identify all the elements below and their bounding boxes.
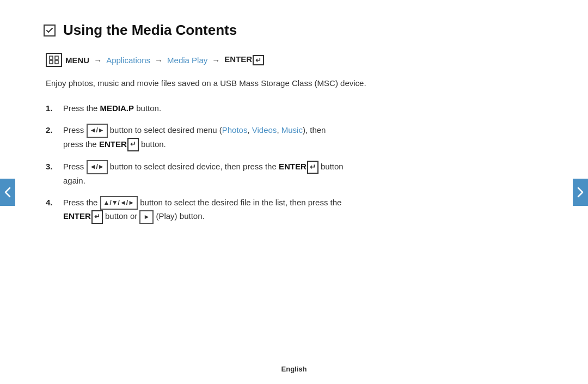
nav-arrow-2: → <box>155 56 163 65</box>
nav-arrow-1: → <box>94 56 102 65</box>
step-4-content: Press the ▲/▼/◄/► button to select the d… <box>63 196 544 224</box>
music-link: Music <box>281 125 303 135</box>
enter-symbol: ↵ <box>253 55 264 65</box>
step-2-number: 2. <box>46 124 57 137</box>
step-1: 1. Press the MEDIA.P button. <box>46 102 544 115</box>
step-2: 2. Press ◄/► button to select desired me… <box>46 124 544 151</box>
media-p-label: MEDIA.P <box>100 103 134 113</box>
menu-label: MENU <box>65 56 89 65</box>
checkbox-icon <box>44 25 56 36</box>
step-3-enter-symbol: ↵ <box>307 161 318 174</box>
photos-link: Photos <box>222 125 248 135</box>
nav-applications: Applications <box>106 56 150 65</box>
page-container: Using the Media Contents MENU → Applicat… <box>0 0 588 384</box>
step-4-enter-label: ENTER↵ <box>63 211 103 221</box>
menu-grid-icon <box>49 56 59 64</box>
title-row: Using the Media Contents <box>44 22 544 39</box>
svg-rect-0 <box>50 56 53 59</box>
step-1-number: 1. <box>46 102 57 115</box>
svg-rect-1 <box>55 56 58 59</box>
checkmark-icon <box>46 27 53 34</box>
step-2-content: Press ◄/► button to select desired menu … <box>63 124 544 151</box>
step-4-enter-symbol: ↵ <box>91 210 103 224</box>
videos-link: Videos <box>252 125 277 135</box>
nav-enter-label: ENTER↵ <box>224 54 264 65</box>
nav-arrow-3: → <box>212 56 220 65</box>
step-2-enter-label: ENTER↵ <box>99 139 139 149</box>
chevron-left-icon <box>4 187 11 198</box>
step-3: 3. Press ◄/► button to select desired de… <box>46 160 544 187</box>
footer-language: English <box>281 365 307 373</box>
nav-media-play: Media Play <box>167 56 207 65</box>
breadcrumb-row: MENU → Applications → Media Play → ENTER… <box>46 53 544 67</box>
steps-list: 1. Press the MEDIA.P button. 2. Press ◄/… <box>46 102 544 224</box>
svg-rect-3 <box>55 60 58 64</box>
next-page-button[interactable] <box>573 179 588 206</box>
step-4-number: 4. <box>46 196 57 209</box>
step-3-arrow-btn: ◄/► <box>87 160 108 174</box>
svg-rect-2 <box>50 60 53 64</box>
prev-page-button[interactable] <box>0 179 15 206</box>
menu-icon <box>46 53 62 67</box>
step-1-content: Press the MEDIA.P button. <box>63 102 544 115</box>
step-3-content: Press ◄/► button to select desired devic… <box>63 160 544 187</box>
chevron-right-icon <box>577 187 584 198</box>
step-3-enter-label: ENTER↵ <box>279 162 318 171</box>
step-3-number: 3. <box>46 160 57 173</box>
step-4-arrow-all-btn: ▲/▼/◄/► <box>100 196 138 210</box>
step-4-play-btn: ► <box>139 210 154 224</box>
step-4: 4. Press the ▲/▼/◄/► button to select th… <box>46 196 544 224</box>
description-text: Enjoy photos, music and movie files save… <box>46 77 544 90</box>
page-title: Using the Media Contents <box>63 22 237 39</box>
step-2-arrow-btn: ◄/► <box>87 124 108 137</box>
step-2-enter-symbol: ↵ <box>127 138 139 151</box>
